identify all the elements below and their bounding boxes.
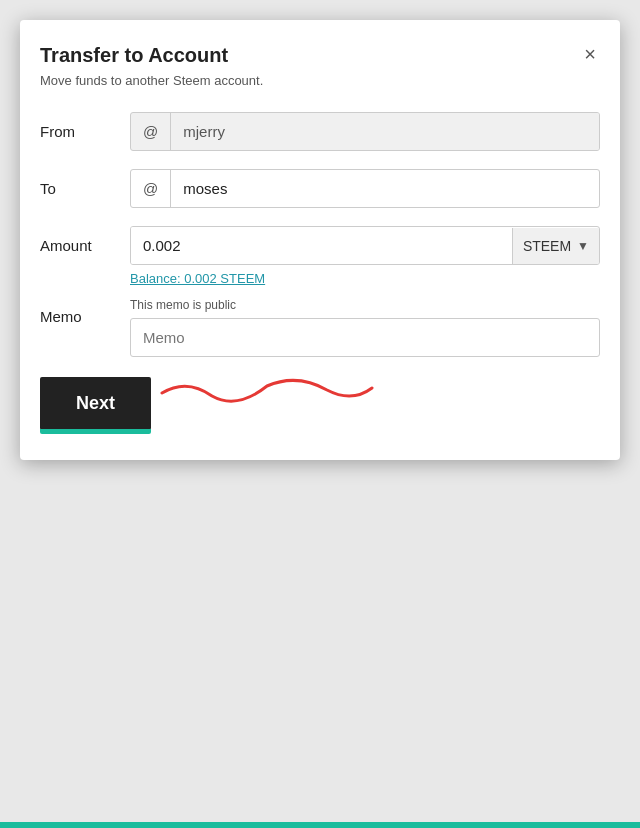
memo-input[interactable] bbox=[130, 318, 600, 357]
memo-section: Memo This memo is public bbox=[40, 298, 600, 357]
amount-section: Amount STEEM ▼ Balance: 0.002 STEEM bbox=[40, 226, 600, 286]
from-row: From @ bbox=[40, 112, 600, 151]
memo-row: Memo This memo is public bbox=[40, 298, 600, 357]
from-input-wrapper: @ bbox=[130, 112, 600, 151]
amount-input[interactable] bbox=[131, 227, 512, 264]
modal-subtitle: Move funds to another Steem account. bbox=[40, 73, 600, 88]
from-input bbox=[171, 113, 599, 150]
to-input-wrapper[interactable]: @ bbox=[130, 169, 600, 208]
to-at-symbol: @ bbox=[131, 170, 171, 207]
to-row: To @ bbox=[40, 169, 600, 208]
currency-label: STEEM bbox=[523, 238, 571, 254]
amount-row: Amount STEEM ▼ bbox=[40, 226, 600, 265]
from-at-symbol: @ bbox=[131, 113, 171, 150]
memo-right: This memo is public bbox=[130, 298, 600, 357]
amount-label: Amount bbox=[40, 237, 130, 254]
memo-public-notice: This memo is public bbox=[130, 298, 600, 312]
bottom-accent-bar bbox=[0, 822, 640, 828]
amount-input-group: STEEM ▼ bbox=[130, 226, 600, 265]
transfer-modal: Transfer to Account × Move funds to anot… bbox=[20, 20, 620, 460]
chevron-down-icon: ▼ bbox=[577, 239, 589, 253]
modal-title: Transfer to Account bbox=[40, 44, 228, 67]
scribble-annotation bbox=[157, 368, 377, 408]
balance-text[interactable]: Balance: 0.002 STEEM bbox=[130, 271, 600, 286]
modal-header: Transfer to Account × bbox=[40, 44, 600, 67]
next-button[interactable]: Next bbox=[40, 377, 151, 430]
to-label: To bbox=[40, 180, 130, 197]
memo-label: Memo bbox=[40, 298, 130, 325]
next-button-wrapper: Next bbox=[40, 377, 151, 430]
currency-selector[interactable]: STEEM ▼ bbox=[512, 228, 599, 264]
close-button[interactable]: × bbox=[580, 44, 600, 64]
to-input[interactable] bbox=[171, 170, 599, 207]
from-label: From bbox=[40, 123, 130, 140]
